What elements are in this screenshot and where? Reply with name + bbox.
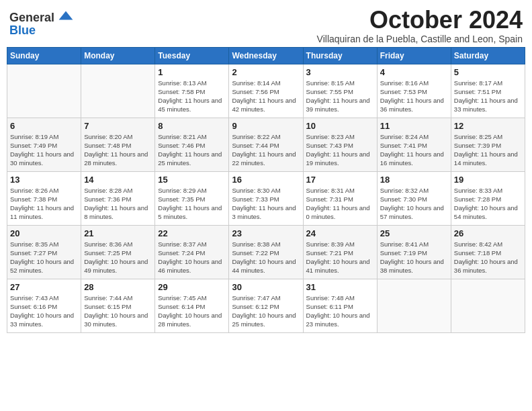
calendar-cell — [377, 279, 451, 332]
day-number: 2 — [232, 67, 300, 77]
calendar-cell — [7, 64, 81, 118]
day-number: 7 — [84, 121, 152, 131]
calendar-cell: 11Sunrise: 8:24 AM Sunset: 7:41 PM Dayli… — [377, 118, 451, 171]
day-number: 15 — [158, 175, 226, 185]
calendar-week-1: 1Sunrise: 8:13 AM Sunset: 7:58 PM Daylig… — [7, 64, 525, 118]
calendar-cell: 16Sunrise: 8:30 AM Sunset: 7:33 PM Dayli… — [229, 171, 303, 225]
day-number: 5 — [454, 67, 522, 77]
month-title: October 2024 — [317, 7, 523, 34]
day-number: 22 — [158, 228, 226, 238]
day-info: Sunrise: 8:14 AM Sunset: 7:56 PM Dayligh… — [232, 79, 300, 114]
day-info: Sunrise: 7:43 AM Sunset: 6:16 PM Dayligh… — [10, 293, 78, 329]
calendar-cell: 31Sunrise: 7:48 AM Sunset: 6:11 PM Dayli… — [303, 279, 377, 332]
day-info: Sunrise: 8:31 AM Sunset: 7:31 PM Dayligh… — [306, 186, 374, 222]
weekday-header-saturday: Saturday — [451, 47, 525, 64]
day-number: 26 — [454, 228, 522, 238]
day-info: Sunrise: 8:38 AM Sunset: 7:22 PM Dayligh… — [232, 240, 300, 275]
calendar-cell: 25Sunrise: 8:41 AM Sunset: 7:19 PM Dayli… — [377, 225, 451, 279]
title-block: October 2024 Villaquiran de la Puebla, C… — [317, 7, 523, 44]
day-info: Sunrise: 8:33 AM Sunset: 7:28 PM Dayligh… — [454, 186, 522, 222]
day-info: Sunrise: 8:30 AM Sunset: 7:33 PM Dayligh… — [232, 186, 300, 222]
day-number: 19 — [454, 175, 522, 185]
calendar-cell: 19Sunrise: 8:33 AM Sunset: 7:28 PM Dayli… — [451, 171, 525, 225]
day-number: 11 — [380, 121, 448, 131]
day-number: 20 — [10, 228, 78, 238]
logo-icon — [58, 9, 74, 21]
weekday-header-thursday: Thursday — [303, 47, 377, 64]
day-number: 21 — [84, 228, 152, 238]
day-info: Sunrise: 8:17 AM Sunset: 7:51 PM Dayligh… — [454, 79, 522, 114]
calendar-cell: 20Sunrise: 8:35 AM Sunset: 7:27 PM Dayli… — [7, 225, 81, 279]
calendar-cell: 6Sunrise: 8:19 AM Sunset: 7:49 PM Daylig… — [7, 118, 81, 171]
calendar-week-5: 27Sunrise: 7:43 AM Sunset: 6:16 PM Dayli… — [7, 279, 525, 332]
day-info: Sunrise: 8:32 AM Sunset: 7:30 PM Dayligh… — [380, 186, 448, 222]
day-number: 1 — [158, 67, 226, 77]
day-info: Sunrise: 8:29 AM Sunset: 7:35 PM Dayligh… — [158, 186, 226, 222]
calendar-cell: 22Sunrise: 8:37 AM Sunset: 7:24 PM Dayli… — [155, 225, 229, 279]
day-info: Sunrise: 8:36 AM Sunset: 7:25 PM Dayligh… — [84, 240, 152, 275]
calendar-cell: 3Sunrise: 8:15 AM Sunset: 7:55 PM Daylig… — [303, 64, 377, 118]
calendar-week-4: 20Sunrise: 8:35 AM Sunset: 7:27 PM Dayli… — [7, 225, 525, 279]
day-info: Sunrise: 8:13 AM Sunset: 7:58 PM Dayligh… — [158, 79, 226, 114]
calendar-cell: 21Sunrise: 8:36 AM Sunset: 7:25 PM Dayli… — [81, 225, 155, 279]
calendar-cell: 8Sunrise: 8:21 AM Sunset: 7:46 PM Daylig… — [155, 118, 229, 171]
day-info: Sunrise: 8:39 AM Sunset: 7:21 PM Dayligh… — [306, 240, 374, 275]
calendar-cell: 29Sunrise: 7:45 AM Sunset: 6:14 PM Dayli… — [155, 279, 229, 332]
calendar-cell — [451, 279, 525, 332]
calendar-cell — [81, 64, 155, 118]
day-number: 6 — [10, 121, 78, 131]
day-number: 9 — [232, 121, 300, 131]
calendar-cell: 28Sunrise: 7:44 AM Sunset: 6:15 PM Dayli… — [81, 279, 155, 332]
logo: General Blue — [9, 9, 74, 36]
calendar-cell: 12Sunrise: 8:25 AM Sunset: 7:39 PM Dayli… — [451, 118, 525, 171]
location-title: Villaquiran de la Puebla, Castille and L… — [317, 34, 523, 44]
day-info: Sunrise: 8:20 AM Sunset: 7:48 PM Dayligh… — [84, 132, 152, 168]
day-number: 24 — [306, 228, 374, 238]
day-number: 31 — [306, 282, 374, 292]
day-info: Sunrise: 7:48 AM Sunset: 6:11 PM Dayligh… — [306, 293, 374, 329]
calendar-cell: 17Sunrise: 8:31 AM Sunset: 7:31 PM Dayli… — [303, 171, 377, 225]
calendar-cell: 26Sunrise: 8:42 AM Sunset: 7:18 PM Dayli… — [451, 225, 525, 279]
day-number: 30 — [232, 282, 300, 292]
day-number: 27 — [10, 282, 78, 292]
day-info: Sunrise: 8:23 AM Sunset: 7:43 PM Dayligh… — [306, 132, 374, 168]
weekday-header-friday: Friday — [377, 47, 451, 64]
day-number: 23 — [232, 228, 300, 238]
calendar-cell: 5Sunrise: 8:17 AM Sunset: 7:51 PM Daylig… — [451, 64, 525, 118]
day-number: 25 — [380, 228, 448, 238]
weekday-header-wednesday: Wednesday — [229, 47, 303, 64]
day-info: Sunrise: 8:28 AM Sunset: 7:36 PM Dayligh… — [84, 186, 152, 222]
weekday-header-tuesday: Tuesday — [155, 47, 229, 64]
day-info: Sunrise: 7:45 AM Sunset: 6:14 PM Dayligh… — [158, 293, 226, 329]
calendar-cell: 30Sunrise: 7:47 AM Sunset: 6:12 PM Dayli… — [229, 279, 303, 332]
day-info: Sunrise: 8:41 AM Sunset: 7:19 PM Dayligh… — [380, 240, 448, 275]
day-info: Sunrise: 8:16 AM Sunset: 7:53 PM Dayligh… — [380, 79, 448, 114]
day-number: 13 — [10, 175, 78, 185]
day-info: Sunrise: 8:25 AM Sunset: 7:39 PM Dayligh… — [454, 132, 522, 168]
calendar-cell: 18Sunrise: 8:32 AM Sunset: 7:30 PM Dayli… — [377, 171, 451, 225]
calendar-cell: 14Sunrise: 8:28 AM Sunset: 7:36 PM Dayli… — [81, 171, 155, 225]
calendar-cell: 10Sunrise: 8:23 AM Sunset: 7:43 PM Dayli… — [303, 118, 377, 171]
calendar-cell: 23Sunrise: 8:38 AM Sunset: 7:22 PM Dayli… — [229, 225, 303, 279]
calendar-cell: 2Sunrise: 8:14 AM Sunset: 7:56 PM Daylig… — [229, 64, 303, 118]
calendar-cell: 24Sunrise: 8:39 AM Sunset: 7:21 PM Dayli… — [303, 225, 377, 279]
calendar-cell: 4Sunrise: 8:16 AM Sunset: 7:53 PM Daylig… — [377, 64, 451, 118]
weekday-header-sunday: Sunday — [7, 47, 81, 64]
calendar-cell: 27Sunrise: 7:43 AM Sunset: 6:16 PM Dayli… — [7, 279, 81, 332]
day-number: 18 — [380, 175, 448, 185]
day-number: 8 — [158, 121, 226, 131]
calendar-cell: 7Sunrise: 8:20 AM Sunset: 7:48 PM Daylig… — [81, 118, 155, 171]
day-info: Sunrise: 8:37 AM Sunset: 7:24 PM Dayligh… — [158, 240, 226, 275]
day-info: Sunrise: 8:42 AM Sunset: 7:18 PM Dayligh… — [454, 240, 522, 275]
day-info: Sunrise: 7:44 AM Sunset: 6:15 PM Dayligh… — [84, 293, 152, 329]
day-info: Sunrise: 8:35 AM Sunset: 7:27 PM Dayligh… — [10, 240, 78, 275]
calendar-week-2: 6Sunrise: 8:19 AM Sunset: 7:49 PM Daylig… — [7, 118, 525, 171]
weekday-header-row: SundayMondayTuesdayWednesdayThursdayFrid… — [7, 47, 525, 64]
page-header: General Blue October 2024 Villaquiran de… — [7, 7, 525, 44]
day-number: 17 — [306, 175, 374, 185]
day-info: Sunrise: 8:19 AM Sunset: 7:49 PM Dayligh… — [10, 132, 78, 168]
svg-marker-0 — [58, 11, 73, 20]
day-number: 3 — [306, 67, 374, 77]
day-number: 14 — [84, 175, 152, 185]
day-number: 4 — [380, 67, 448, 77]
